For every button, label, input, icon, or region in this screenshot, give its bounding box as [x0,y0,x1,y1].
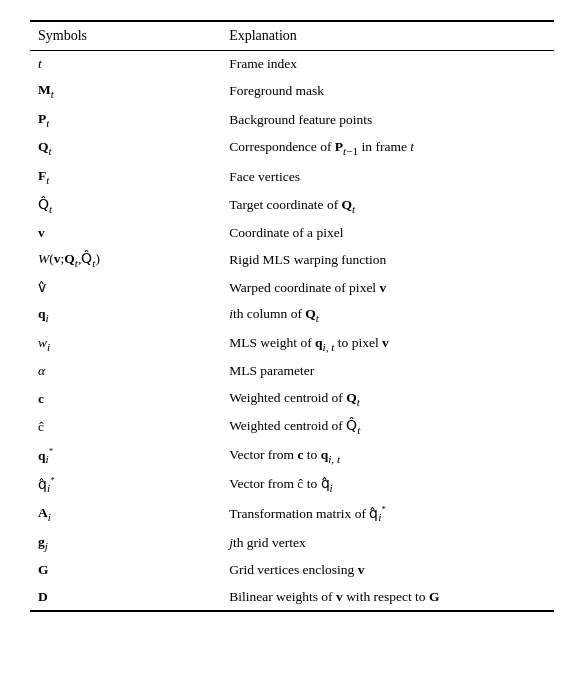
table-row: gjjth grid vertex [30,529,554,558]
table-row: cWeighted centroid of Qt [30,385,554,414]
symbol-cell: gj [30,529,221,558]
explanation-cell: Target coordinate of Qt [221,192,554,221]
explanation-cell: Weighted centroid of Q̂t [221,413,554,442]
explanation-cell: Weighted centroid of Qt [221,385,554,414]
table-row: qi*Vector from c to qi, t [30,442,554,471]
symbol-cell: Mt [30,77,221,106]
col-header-explanation: Explanation [221,21,554,51]
table-header-row: Symbols Explanation [30,21,554,51]
explanation-cell: Warped coordinate of pixel v [221,275,554,301]
explanation-cell: MLS weight of qi, t to pixel v [221,330,554,359]
explanation-cell: Background feature points [221,106,554,135]
symbol-cell: v [30,220,221,246]
symbol-cell: v̂ [30,275,221,301]
explanation-cell: Transformation matrix of q̂i* [221,500,554,529]
symbol-cell: q̂i* [30,471,221,500]
table-row: QtCorrespondence of Pt−1 in frame t [30,134,554,163]
explanation-cell: Foreground mask [221,77,554,106]
symbol-cell: c [30,385,221,414]
symbol-cell: Ai [30,500,221,529]
explanation-cell: Frame index [221,51,554,78]
symbol-cell: α [30,358,221,384]
explanation-cell: Rigid MLS warping function [221,246,554,275]
table-row: wiMLS weight of qi, t to pixel v [30,330,554,359]
table-row: αMLS parameter [30,358,554,384]
symbol-cell: qi [30,301,221,330]
explanation-cell: ith column of Qt [221,301,554,330]
table-row: AiTransformation matrix of q̂i* [30,500,554,529]
symbol-cell: G [30,557,221,583]
explanation-cell: Grid vertices enclosing v [221,557,554,583]
table-row: vCoordinate of a pixel [30,220,554,246]
symbol-cell: Qt [30,134,221,163]
explanation-cell: MLS parameter [221,358,554,384]
symbol-cell: D [30,584,221,611]
table-row: PtBackground feature points [30,106,554,135]
explanation-cell: Correspondence of Pt−1 in frame t [221,134,554,163]
table-row: MtForeground mask [30,77,554,106]
symbol-cell: t [30,51,221,78]
symbols-table: Symbols Explanation tFrame indexMtForegr… [30,20,554,612]
table-row: v̂Warped coordinate of pixel v [30,275,554,301]
symbol-cell: qi* [30,442,221,471]
symbol-cell: wi [30,330,221,359]
explanation-cell: Coordinate of a pixel [221,220,554,246]
table-row: q̂i*Vector from ĉ to q̂i [30,471,554,500]
table-row: qiith column of Qt [30,301,554,330]
table-row: FtFace vertices [30,163,554,192]
table-row: tFrame index [30,51,554,78]
explanation-cell: Vector from ĉ to q̂i [221,471,554,500]
symbol-cell: Pt [30,106,221,135]
table-container: Symbols Explanation tFrame indexMtForegr… [30,20,554,612]
explanation-cell: jth grid vertex [221,529,554,558]
col-header-symbols: Symbols [30,21,221,51]
table-row: Q̂tTarget coordinate of Qt [30,192,554,221]
explanation-cell: Face vertices [221,163,554,192]
explanation-cell: Bilinear weights of v with respect to G [221,584,554,611]
table-row: W(v;Qt,Q̂t)Rigid MLS warping function [30,246,554,275]
symbol-cell: ĉ [30,413,221,442]
table-row: GGrid vertices enclosing v [30,557,554,583]
table-row: DBilinear weights of v with respect to G [30,584,554,611]
symbol-cell: W(v;Qt,Q̂t) [30,246,221,275]
explanation-cell: Vector from c to qi, t [221,442,554,471]
symbol-cell: Q̂t [30,192,221,221]
symbol-cell: Ft [30,163,221,192]
table-row: ĉWeighted centroid of Q̂t [30,413,554,442]
